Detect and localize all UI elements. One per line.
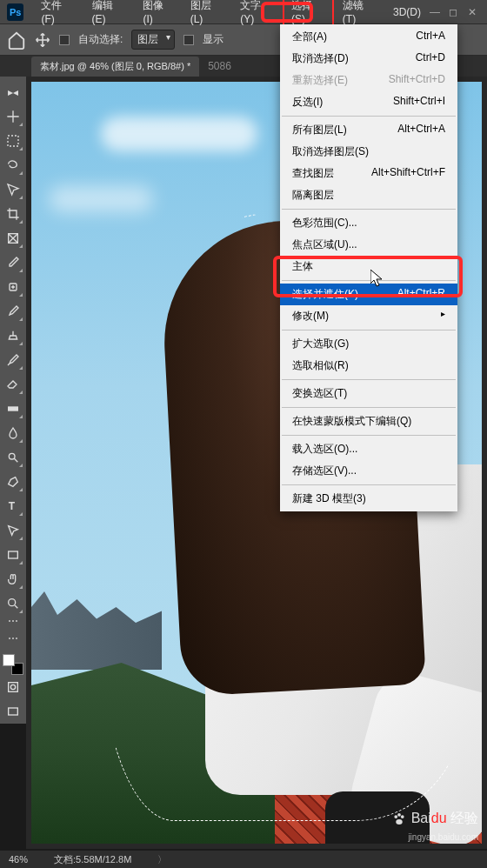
photo-cloud — [101, 117, 257, 151]
menu-separator — [282, 379, 456, 380]
edit-toolbar-icon[interactable]: ⋯ — [3, 628, 23, 649]
app-logo: Ps — [7, 3, 23, 21]
screen-mode-toggle[interactable] — [3, 701, 23, 722]
dodge-tool[interactable] — [3, 447, 23, 468]
clone-stamp-tool[interactable] — [3, 325, 23, 346]
menu-edit[interactable]: 编辑(E) — [83, 0, 135, 29]
baidu-paw-icon — [391, 811, 407, 827]
menu-file[interactable]: 文件(F) — [32, 0, 83, 29]
move-tool-icon[interactable] — [35, 32, 50, 48]
quick-mask-toggle[interactable] — [3, 677, 23, 698]
marquee-tool[interactable] — [3, 130, 23, 151]
menu-grow[interactable]: 扩大选取(G) — [280, 333, 457, 355]
menu-find-layers[interactable]: 查找图层Alt+Shift+Ctrl+F — [280, 163, 457, 184]
type-tool[interactable]: T — [3, 496, 23, 517]
watermark-url: jingyan.baidu.com — [408, 832, 478, 842]
auto-select-label: 自动选择: — [78, 32, 123, 47]
history-brush-tool[interactable] — [3, 350, 23, 371]
status-bar: 46% 文档:5.58M/12.8M 〉 — [0, 851, 487, 868]
lasso-tool[interactable] — [3, 155, 23, 176]
tab-inactive[interactable]: 5086 — [199, 57, 240, 76]
menu-3d[interactable]: 3D(D) — [384, 3, 430, 22]
svg-point-13 — [401, 815, 404, 818]
select-menu-dropdown: 全部(A)Ctrl+A 取消选择(D)Ctrl+D 重新选择(E)Shift+C… — [280, 24, 457, 511]
collapse-icon[interactable]: ▸◂ — [3, 82, 23, 103]
window-controls: — ◻ ✕ — [430, 6, 487, 18]
tools-panel: ▸◂ T ⋯ ⋯ — [0, 77, 26, 724]
watermark-text: Baidu 经验 — [411, 811, 478, 825]
menu-subject[interactable]: 主体 — [280, 256, 457, 277]
menu-inverse[interactable]: 反选(I)Shift+Ctrl+I — [280, 91, 457, 113]
tab-active[interactable]: 素材.jpg @ 46% (图层 0, RGB/8#) * — [31, 57, 199, 77]
menu-separator — [282, 407, 456, 408]
tool-divider: ⋯ — [3, 618, 23, 624]
svg-rect-8 — [9, 683, 18, 692]
auto-select-checkbox[interactable] — [59, 35, 70, 45]
svg-point-7 — [9, 599, 16, 606]
menu-separator — [282, 330, 456, 331]
show-transform-checkbox[interactable] — [183, 35, 194, 45]
svg-point-12 — [397, 813, 401, 817]
eyedropper-tool[interactable] — [3, 252, 23, 273]
svg-point-9 — [10, 684, 15, 689]
show-label: 显示 — [203, 32, 223, 47]
path-select-tool[interactable] — [3, 520, 23, 541]
svg-point-11 — [395, 815, 398, 818]
color-swatches[interactable] — [3, 654, 23, 675]
menu-all-layers[interactable]: 所有图层(L)Alt+Ctrl+A — [280, 119, 457, 141]
cursor-icon — [370, 270, 384, 287]
svg-text:T: T — [9, 500, 16, 512]
svg-point-4 — [9, 453, 15, 459]
menu-quick-mask[interactable]: 在快速蒙版模式下编辑(Q) — [280, 411, 457, 432]
menu-layer[interactable]: 图层(L) — [182, 0, 232, 29]
frame-tool[interactable] — [3, 228, 23, 249]
brush-tool[interactable] — [3, 301, 23, 322]
menu-image[interactable]: 图像(I) — [134, 0, 181, 29]
menu-similar[interactable]: 选取相似(R) — [280, 355, 457, 377]
rectangle-tool[interactable] — [3, 544, 23, 565]
menu-focus-area[interactable]: 焦点区域(U)... — [280, 234, 457, 256]
pen-tool[interactable] — [3, 471, 23, 492]
watermark: Baidu 经验 jingyan.baidu.com — [391, 810, 478, 844]
svg-point-14 — [396, 819, 403, 825]
menu-load-selection[interactable]: 载入选区(O)... — [280, 438, 457, 460]
status-doc-size: 文档:5.58M/12.8M — [54, 853, 131, 866]
home-icon[interactable] — [7, 30, 26, 50]
gradient-tool[interactable] — [3, 398, 23, 419]
svg-rect-10 — [9, 708, 18, 715]
menu-deselect-layers[interactable]: 取消选择图层(S) — [280, 141, 457, 163]
auto-select-dropdown[interactable]: 图层 — [131, 30, 175, 50]
restore-icon[interactable]: ◻ — [449, 6, 461, 18]
menu-isolate-layers[interactable]: 隔离图层 — [280, 184, 457, 206]
menu-separator — [282, 116, 456, 117]
eraser-tool[interactable] — [3, 374, 23, 395]
menu-bar: Ps 文件(F) 编辑(E) 图像(I) 图层(L) 文字(Y) 选择(S) 滤… — [0, 0, 487, 24]
move-tool[interactable] — [3, 106, 23, 127]
crop-tool[interactable] — [3, 204, 23, 224]
menu-color-range[interactable]: 色彩范围(C)... — [280, 212, 457, 234]
menu-transform-selection[interactable]: 变换选区(T) — [280, 383, 457, 404]
healing-brush-tool[interactable] — [3, 277, 23, 297]
menu-separator — [282, 484, 456, 485]
foreground-color-swatch[interactable] — [3, 654, 15, 666]
status-chevron-icon[interactable]: 〉 — [157, 853, 167, 866]
menu-select-and-mask[interactable]: 选择并遮住(K)...Alt+Ctrl+R — [280, 284, 457, 305]
menu-deselect[interactable]: 取消选择(D)Ctrl+D — [280, 48, 457, 70]
menu-separator — [282, 209, 456, 210]
menu-modify[interactable]: 修改(M) — [280, 305, 457, 327]
close-icon[interactable]: ✕ — [468, 6, 480, 18]
zoom-tool[interactable] — [3, 593, 23, 614]
quick-select-tool[interactable] — [3, 179, 23, 200]
svg-rect-3 — [8, 406, 18, 411]
status-zoom: 46% — [9, 854, 28, 865]
menu-new-3d[interactable]: 新建 3D 模型(3) — [280, 488, 457, 510]
menu-all[interactable]: 全部(A)Ctrl+A — [280, 26, 457, 48]
menu-type[interactable]: 文字(Y) — [231, 0, 283, 29]
blur-tool[interactable] — [3, 423, 23, 444]
menu-separator — [282, 435, 456, 436]
menu-save-selection[interactable]: 存储选区(V)... — [280, 460, 457, 482]
svg-rect-6 — [9, 551, 18, 558]
minimize-icon[interactable]: — — [430, 6, 442, 18]
menu-separator — [282, 280, 456, 281]
hand-tool[interactable] — [3, 569, 23, 590]
